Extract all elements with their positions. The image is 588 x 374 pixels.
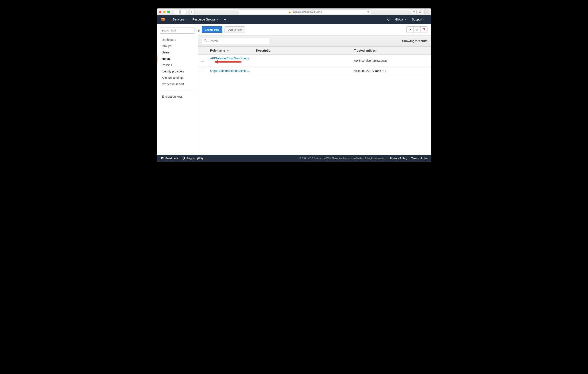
sidebar-item-dashboard[interactable]: Dashboard xyxy=(157,37,198,43)
cell-description xyxy=(253,67,351,75)
filter-search-input[interactable]: Search xyxy=(202,38,269,44)
panel-icon xyxy=(191,11,193,13)
search-icon xyxy=(204,39,207,43)
column-description[interactable]: Description xyxy=(253,47,351,54)
pin-icon xyxy=(224,18,226,21)
filter-row: Search Showing 2 results xyxy=(198,35,431,47)
share-button[interactable] xyxy=(411,10,417,14)
sidebar-toggle-button[interactable] xyxy=(189,10,195,14)
collapse-sidebar-button[interactable]: ◀ xyxy=(196,29,200,32)
bell-icon xyxy=(387,18,390,21)
region-label: Global xyxy=(395,18,403,21)
sidebar-item-credential-report[interactable]: Credential report xyxy=(157,81,198,87)
refresh-button[interactable]: ⟳ xyxy=(406,26,414,33)
globe-icon xyxy=(182,157,185,160)
delete-role-button[interactable]: Delete role xyxy=(224,26,245,33)
sidebar-search-input[interactable]: Search IAM xyxy=(160,27,195,34)
create-role-button[interactable]: Create role xyxy=(202,26,222,33)
support-label: Support xyxy=(412,18,422,21)
sidebar-item-account-settings[interactable]: Account settings xyxy=(157,75,198,81)
browser-window: ‹ › 🔒 console.aws.amazon.com ⟳ + xyxy=(157,9,431,162)
titlebar: ‹ › 🔒 console.aws.amazon.com ⟳ + xyxy=(157,9,431,15)
region-menu[interactable]: Global ▾ xyxy=(392,15,409,24)
address-bar[interactable]: 🔒 console.aws.amazon.com ⟳ xyxy=(239,10,371,14)
new-tab-button[interactable]: + xyxy=(425,10,429,14)
resource-groups-label: Resource Groups xyxy=(192,18,216,21)
table-row[interactable]: OrganizationAccountAccess… Account: 2327… xyxy=(198,67,431,75)
aws-cube-icon xyxy=(160,17,165,22)
svg-line-10 xyxy=(206,41,207,42)
chevron-down-icon: ▾ xyxy=(423,18,425,21)
support-menu[interactable]: Support ▾ xyxy=(409,15,428,24)
refresh-icon: ⟳ xyxy=(409,28,411,31)
role-link[interactable]: OrganizationAccountAccess… xyxy=(210,69,250,73)
sidebar-item-roles[interactable]: Roles xyxy=(157,55,198,62)
help-icon: ❓ xyxy=(422,28,426,31)
reload-icon[interactable]: ⟳ xyxy=(367,10,369,13)
tabs-icon xyxy=(419,11,422,13)
nav-buttons: ‹ › xyxy=(174,10,186,14)
search-placeholder: Search IAM xyxy=(162,29,176,32)
column-trusted-entities[interactable]: Trusted entities xyxy=(351,47,431,54)
url-host: console.aws.amazon.com xyxy=(293,10,322,13)
forward-button[interactable]: › xyxy=(180,10,186,14)
minimize-icon[interactable] xyxy=(163,11,166,13)
sidebar-separator xyxy=(160,90,195,90)
sidebar-nav: Dashboard Groups Users Roles Policies Id… xyxy=(157,37,198,87)
svg-rect-5 xyxy=(420,11,422,12)
column-role-name[interactable]: Role name ▼ xyxy=(207,47,253,54)
titlebar-right: + xyxy=(411,10,429,14)
share-icon xyxy=(413,11,415,13)
sidebar-item-encryption-keys[interactable]: Encryption keys xyxy=(157,93,198,100)
svg-rect-4 xyxy=(419,11,421,13)
lock-icon: 🔒 xyxy=(288,10,291,13)
aws-logo[interactable] xyxy=(160,17,165,22)
sidebar: Search IAM ◀ Dashboard Groups Users Role… xyxy=(157,24,198,155)
page-body: Search IAM ◀ Dashboard Groups Users Role… xyxy=(157,24,431,155)
tabs-button[interactable] xyxy=(418,10,423,14)
help-button[interactable]: ❓ xyxy=(420,26,428,33)
terms-link[interactable]: Terms of Use xyxy=(411,157,428,160)
privacy-link[interactable]: Privacy Policy xyxy=(390,157,407,160)
chevron-down-icon: ▾ xyxy=(217,18,218,21)
maximize-icon[interactable] xyxy=(167,11,170,13)
services-menu[interactable]: Services ▾ xyxy=(170,15,189,24)
toolbar: Create role Delete role ⟳ ⚙ ❓ xyxy=(198,24,431,35)
feedback-link[interactable]: Feedback xyxy=(160,157,178,160)
close-icon[interactable] xyxy=(159,11,161,13)
svg-point-9 xyxy=(204,40,206,41)
roles-table: Role name ▼ Description Trusted entities… xyxy=(198,47,431,75)
notifications-button[interactable] xyxy=(385,18,392,21)
row-checkbox[interactable] xyxy=(201,69,204,72)
resource-groups-menu[interactable]: Resource Groups ▾ xyxy=(189,15,221,24)
role-link[interactable]: APIGatewayCloudWatchLogs xyxy=(210,57,249,60)
table-row[interactable]: APIGatewayCloudWatchLogs AWS service: ap… xyxy=(198,54,431,67)
sort-down-icon: ▼ xyxy=(227,50,229,52)
sidebar-item-groups[interactable]: Groups xyxy=(157,43,198,49)
main-panel: Create role Delete role ⟳ ⚙ ❓ Search Sho… xyxy=(198,24,431,155)
svg-marker-12 xyxy=(214,60,218,64)
speech-icon xyxy=(160,157,164,160)
sidebar-item-identity-providers[interactable]: Identity providers xyxy=(157,68,198,75)
settings-button[interactable]: ⚙ xyxy=(413,26,420,33)
annotation-arrow xyxy=(214,60,242,64)
filter-placeholder: Search xyxy=(209,39,218,43)
column-checkbox xyxy=(198,47,207,54)
language-selector[interactable]: English (US) xyxy=(182,157,203,160)
cell-trusted: Account: 232771856781 xyxy=(351,67,431,75)
window-controls xyxy=(159,11,170,13)
results-count: Showing 2 results xyxy=(402,39,428,43)
chevron-down-icon: ▾ xyxy=(405,18,406,21)
cell-trusted: AWS service: apigateway xyxy=(351,54,431,67)
sidebar-item-policies[interactable]: Policies xyxy=(157,62,198,68)
row-checkbox[interactable] xyxy=(201,59,204,62)
aws-header: Services ▾ Resource Groups ▾ Global ▾ Su… xyxy=(157,15,431,24)
sidebar-item-users[interactable]: Users xyxy=(157,49,198,55)
chevron-down-icon: ▾ xyxy=(185,18,187,21)
cell-description xyxy=(253,54,351,67)
svg-rect-0 xyxy=(191,11,193,13)
gear-icon: ⚙ xyxy=(416,28,418,31)
footer: Feedback English (US) © 2008 - 2017, Ama… xyxy=(157,155,431,162)
back-button[interactable]: ‹ xyxy=(174,10,179,14)
pin-menu[interactable] xyxy=(221,15,229,24)
